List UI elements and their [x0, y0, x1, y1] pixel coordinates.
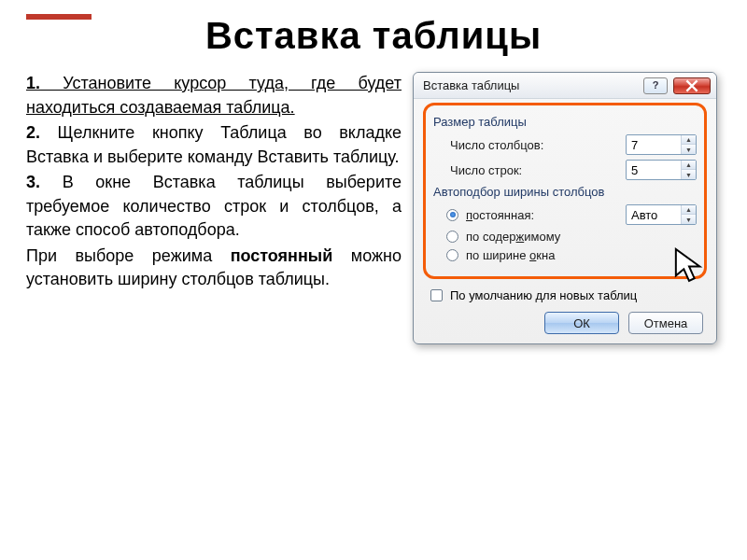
step-1-text: Установите курсор туда, где будет находи… [26, 74, 402, 117]
radio-fixed[interactable] [446, 209, 458, 221]
close-button[interactable] [673, 77, 711, 94]
radio-content[interactable] [446, 231, 458, 243]
group-autofit-label: Автоподбор ширины столбцов [433, 185, 697, 199]
spinner-up-icon[interactable]: ▲ [682, 161, 696, 170]
radio-fixed-label: постоянная: [466, 208, 618, 222]
step-1-number: 1. [26, 74, 40, 92]
help-icon: ? [653, 80, 659, 91]
radio-content-label: по содержимому [466, 230, 697, 244]
step-2-number: 2. [26, 123, 40, 142]
default-checkbox[interactable] [430, 289, 443, 301]
step-3-number: 3. [26, 173, 40, 191]
slide-title: Вставка таблицы [26, 15, 721, 57]
highlight-box: Размер таблицы Число столбцов: 7 ▲▼ Числ… [423, 103, 707, 279]
spinner-up-icon[interactable]: ▲ [682, 205, 696, 215]
accent-bar [26, 14, 92, 20]
spinner-down-icon[interactable]: ▼ [682, 215, 696, 224]
mode-fixed-bold: постоянный [231, 246, 333, 265]
fixed-width-spinner[interactable]: Авто ▲▼ [626, 204, 697, 225]
instructions-text: 1. Установите курсор туда, где будет нах… [26, 72, 402, 344]
cancel-button[interactable]: Отмена [628, 312, 703, 334]
close-icon [685, 79, 698, 92]
spinner-down-icon[interactable]: ▼ [682, 170, 696, 179]
radio-window-label: по ширине окна [466, 248, 697, 262]
cols-spinner[interactable]: 7 ▲▼ [626, 134, 697, 155]
rows-spinner[interactable]: 5 ▲▼ [626, 160, 697, 180]
cols-label: Число столбцов: [450, 138, 618, 152]
cols-value: 7 [627, 138, 681, 152]
fixed-width-value: Авто [627, 208, 681, 222]
dialog-title: Вставка таблицы [423, 78, 638, 92]
rows-value: 5 [627, 163, 681, 177]
group-size-label: Размер таблицы [433, 115, 697, 129]
spinner-down-icon[interactable]: ▼ [682, 145, 696, 154]
spinner-up-icon[interactable]: ▲ [682, 135, 696, 145]
radio-window[interactable] [446, 249, 458, 261]
insert-table-dialog: Вставка таблицы ? Размер таблицы Число с… [413, 72, 717, 344]
ok-button[interactable]: ОК [544, 312, 619, 334]
rows-label: Число строк: [450, 163, 618, 177]
dialog-titlebar[interactable]: Вставка таблицы ? [414, 73, 716, 99]
help-button[interactable]: ? [643, 77, 668, 94]
default-checkbox-label: По умолчанию для новых таблиц [450, 288, 637, 302]
